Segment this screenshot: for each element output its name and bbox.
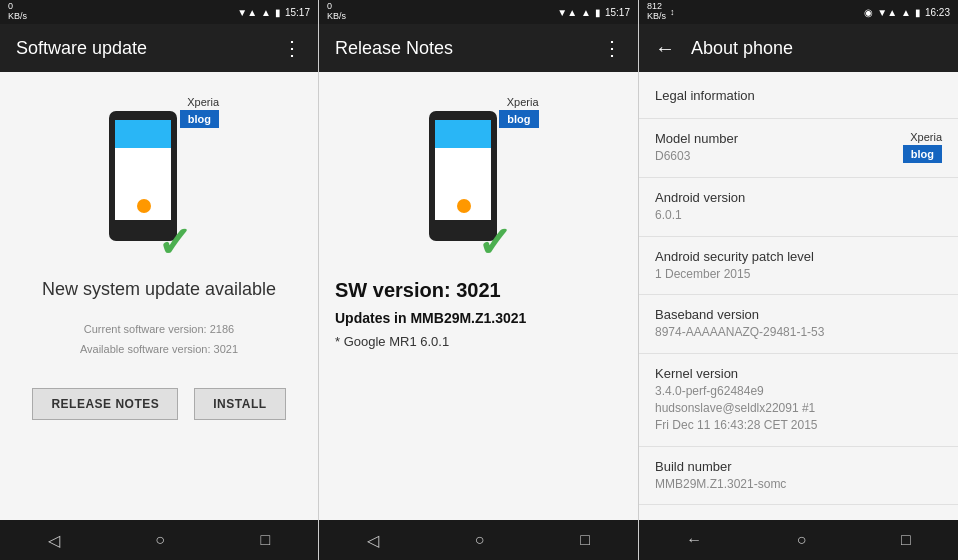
status-left-1: 0 KB/s [8, 2, 27, 22]
nav-bar-2: ◁ ○ □ [319, 520, 638, 560]
top-bar-1: Software update ⋮ [0, 24, 318, 72]
about-phone-panel: 812 KB/s ↕ ◉ ▼▲ ▲ ▮ 16:23 ← About phone … [639, 0, 958, 560]
action-buttons-1: RELEASE NOTES INSTALL [32, 388, 285, 420]
status-right-3: ◉ ▼▲ ▲ ▮ 16:23 [864, 7, 950, 18]
svg-rect-2 [115, 120, 171, 148]
release-notes-panel: 0 KB/s ▼▲ ▲ ▮ 15:17 Release Notes ⋮ Xper… [319, 0, 639, 560]
xperia-label-3: Xperia [910, 131, 942, 143]
model-number-info: Model number D6603 [655, 131, 903, 165]
back-nav-2[interactable]: ◁ [359, 523, 387, 558]
nav-bar-1: ◁ ○ □ [0, 520, 318, 560]
model-number-label: Model number [655, 131, 903, 146]
security-patch-label: Android security patch level [655, 249, 942, 264]
top-bar-2: Release Notes ⋮ [319, 24, 638, 72]
data-speed-3: 812 KB/s [647, 2, 666, 22]
recents-nav-2[interactable]: □ [572, 523, 598, 557]
wifi-icon-2: ▲ [581, 7, 591, 18]
android-version-value: 6.0.1 [655, 207, 942, 224]
baseband-row: Baseband version 8974-AAAAANAZQ-29481-1-… [639, 295, 958, 354]
build-number-value: MMB29M.Z1.3021-somc [655, 476, 942, 493]
status-bar-2: 0 KB/s ▼▲ ▲ ▮ 15:17 [319, 0, 638, 24]
updates-in-label: Updates in MMB29M.Z1.3021 [335, 310, 622, 326]
svg-point-3 [137, 199, 151, 213]
available-version-1: Available software version: 3021 [80, 340, 238, 360]
model-number-value: D6603 [655, 148, 903, 165]
battery-icon-1: ▮ [275, 7, 281, 18]
home-nav-1[interactable]: ○ [147, 523, 173, 557]
release-info: SW version: 3021 Updates in MMB29M.Z1.30… [335, 271, 622, 361]
top-bar-title-2: Release Notes [335, 38, 602, 59]
security-patch-value: 1 December 2015 [655, 266, 942, 283]
signal-icon-1: ▼▲ [237, 7, 257, 18]
android-version-label: Android version [655, 190, 942, 205]
legal-info-label: Legal information [655, 88, 755, 103]
kernel-row: Kernel version 3.4.0-perf-g62484e9 hudso… [639, 354, 958, 446]
content-2: Xperia blog ✓ SW version: 3021 Updates i… [319, 72, 638, 520]
baseband-value: 8974-AAAAANAZQ-29481-1-53 [655, 324, 942, 341]
back-nav-3[interactable]: ← [678, 523, 710, 557]
top-bar-title-3: About phone [691, 38, 942, 59]
location-icon-3: ◉ [864, 7, 873, 18]
back-button-3[interactable]: ← [655, 37, 675, 60]
version-info-1: Current software version: 2186 Available… [80, 320, 238, 360]
kernel-label: Kernel version [655, 366, 942, 381]
battery-icon-3: ▮ [915, 7, 921, 18]
svg-point-7 [457, 199, 471, 213]
install-button[interactable]: INSTALL [194, 388, 285, 420]
blog-badge-3[interactable]: blog [903, 145, 942, 163]
data-speed-2: 0 KB/s [327, 2, 346, 22]
update-title-1: New system update available [42, 279, 276, 300]
build-number-row: Build number MMB29M.Z1.3021-somc [639, 447, 958, 506]
status-left-2: 0 KB/s [327, 2, 346, 22]
content-1: Xperia blog ✓ New system update availabl… [0, 72, 318, 520]
menu-icon-2[interactable]: ⋮ [602, 36, 622, 60]
security-patch-row: Android security patch level 1 December … [639, 237, 958, 296]
current-version-1: Current software version: 2186 [80, 320, 238, 340]
wifi-icon-3: ▲ [901, 7, 911, 18]
about-list: Legal information Model number D6603 Xpe… [639, 72, 958, 505]
battery-icon-2: ▮ [595, 7, 601, 18]
phone-illustration-2: Xperia blog ✓ [419, 96, 539, 271]
model-number-row: Model number D6603 Xperia blog [639, 119, 958, 178]
svg-rect-6 [435, 120, 491, 148]
top-bar-3: ← About phone [639, 24, 958, 72]
phone-illustration-1: Xperia blog ✓ [99, 96, 219, 271]
android-version-row: Android version 6.0.1 [639, 178, 958, 237]
wifi-icon-1: ▲ [261, 7, 271, 18]
menu-icon-1[interactable]: ⋮ [282, 36, 302, 60]
sw-version-label: SW version: 3021 [335, 279, 622, 302]
update-item-1: * Google MR1 6.0.1 [335, 334, 622, 349]
time-3: 16:23 [925, 7, 950, 18]
checkmark-icon-1: ✓ [157, 218, 192, 267]
baseband-label: Baseband version [655, 307, 942, 322]
usb-icon-3: ↕ [670, 7, 675, 17]
about-content: Legal information Model number D6603 Xpe… [639, 72, 958, 520]
recents-nav-3[interactable]: □ [893, 523, 919, 557]
signal-icon-3: ▼▲ [877, 7, 897, 18]
recents-nav-1[interactable]: □ [253, 523, 279, 557]
release-notes-button[interactable]: RELEASE NOTES [32, 388, 178, 420]
time-1: 15:17 [285, 7, 310, 18]
home-nav-2[interactable]: ○ [467, 523, 493, 557]
kernel-value: 3.4.0-perf-g62484e9 hudsonslave@seldlx22… [655, 383, 942, 433]
home-nav-3[interactable]: ○ [789, 523, 815, 557]
status-right-2: ▼▲ ▲ ▮ 15:17 [557, 7, 630, 18]
data-speed-1: 0 KB/s [8, 2, 27, 22]
status-bar-1: 0 KB/s ▼▲ ▲ ▮ 15:17 [0, 0, 318, 24]
top-bar-title-1: Software update [16, 38, 282, 59]
signal-icon-2: ▼▲ [557, 7, 577, 18]
nav-bar-3: ← ○ □ [639, 520, 958, 560]
build-number-label: Build number [655, 459, 942, 474]
status-right-1: ▼▲ ▲ ▮ 15:17 [237, 7, 310, 18]
status-left-3: 812 KB/s ↕ [647, 2, 675, 22]
status-bar-3: 812 KB/s ↕ ◉ ▼▲ ▲ ▮ 16:23 [639, 0, 958, 24]
legal-info-row[interactable]: Legal information [639, 72, 958, 119]
software-update-panel: 0 KB/s ▼▲ ▲ ▮ 15:17 Software update ⋮ Xp… [0, 0, 319, 560]
checkmark-icon-2: ✓ [477, 218, 512, 267]
time-2: 15:17 [605, 7, 630, 18]
xperia-badge-3: Xperia blog [903, 131, 942, 163]
back-nav-1[interactable]: ◁ [40, 523, 68, 558]
